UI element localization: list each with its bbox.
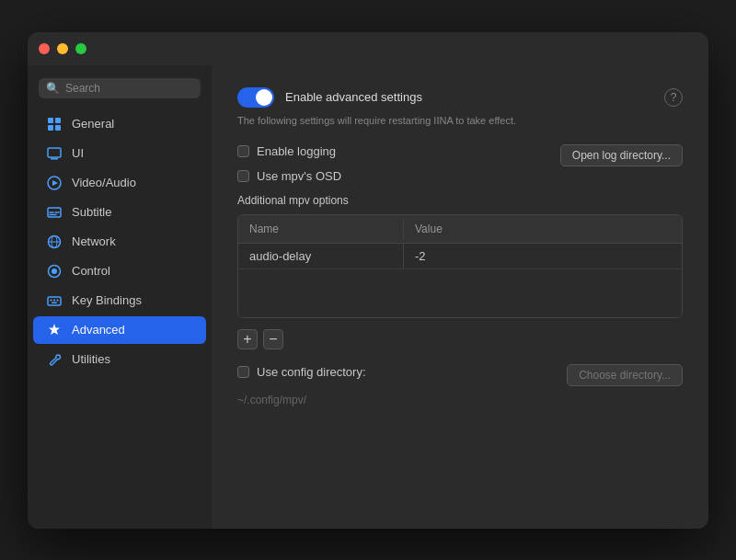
network-icon	[46, 234, 63, 250]
remove-row-button[interactable]: −	[263, 329, 283, 349]
enable-logging-label: Enable logging	[257, 144, 336, 158]
sidebar-item-network[interactable]: Network	[33, 228, 206, 256]
svg-rect-1	[55, 118, 61, 123]
sidebar-label-key-bindings: Key Bindings	[72, 293, 142, 307]
svg-rect-20	[57, 299, 59, 301]
svg-rect-21	[52, 302, 57, 303]
config-path: ~/.config/mpv/	[237, 394, 683, 406]
choose-directory-button[interactable]: Choose directory...	[567, 364, 683, 386]
close-button[interactable]	[39, 43, 50, 54]
sidebar-item-subtitle[interactable]: Subtitle	[33, 199, 206, 226]
mpv-options-title: Additional mpv options	[237, 194, 683, 207]
use-config-dir-row: Use config directory:	[237, 365, 366, 379]
sidebar-item-utilities[interactable]: Utilities	[33, 346, 206, 373]
sidebar-item-control[interactable]: Control	[33, 257, 206, 285]
table-cell-value: -2	[404, 244, 682, 269]
main-panel: Enable advanced settings ? The following…	[212, 65, 708, 529]
maximize-button[interactable]	[75, 43, 86, 54]
general-icon	[46, 116, 63, 132]
toggle-subtitle: The following settings will require rest…	[237, 115, 683, 126]
ui-icon	[46, 145, 63, 162]
sidebar-item-video-audio[interactable]: Video/Audio	[33, 169, 206, 197]
use-osd-row: Use mpv's OSD	[237, 169, 341, 183]
config-dir-row: Use config directory: Choose directory..…	[237, 364, 683, 386]
table-cell-name: audio-delay	[238, 244, 404, 269]
search-icon: 🔍	[46, 82, 60, 95]
sidebar-label-subtitle: Subtitle	[72, 205, 111, 219]
svg-rect-4	[48, 148, 61, 157]
open-log-button[interactable]: Open log directory...	[560, 144, 683, 166]
preferences-window: 🔍 General	[28, 32, 708, 529]
control-icon	[46, 263, 63, 280]
table-body: audio-delay -2	[238, 244, 682, 317]
sidebar-label-control: Control	[72, 264, 110, 278]
utilities-icon	[46, 351, 63, 368]
search-box[interactable]: 🔍	[39, 78, 201, 98]
table-actions: + −	[237, 329, 683, 349]
advanced-icon	[46, 322, 63, 338]
sidebar-label-video-audio: Video/Audio	[72, 176, 136, 189]
svg-point-15	[52, 269, 57, 274]
sidebar: 🔍 General	[28, 65, 212, 529]
sidebar-label-general: General	[72, 117, 114, 131]
mpv-options-section: Additional mpv options Name Value audio-…	[237, 194, 683, 349]
titlebar	[28, 32, 708, 65]
svg-rect-5	[51, 158, 58, 160]
svg-marker-7	[52, 180, 58, 186]
add-row-button[interactable]: +	[237, 329, 258, 349]
video-icon	[46, 175, 63, 191]
sidebar-label-utilities: Utilities	[72, 352, 110, 366]
sidebar-label-ui: UI	[72, 146, 84, 160]
toggle-left: Enable advanced settings	[237, 87, 422, 108]
minimize-button[interactable]	[57, 43, 68, 54]
logging-row: Enable logging Use mpv's OSD Open log di…	[237, 144, 683, 189]
help-button[interactable]: ?	[664, 88, 683, 107]
sidebar-item-advanced[interactable]: Advanced	[33, 316, 206, 344]
use-osd-label: Use mpv's OSD	[257, 169, 341, 183]
enable-advanced-row: Enable advanced settings ?	[237, 87, 683, 108]
enable-logging-checkbox[interactable]	[237, 145, 249, 157]
subtitle-icon	[46, 204, 63, 221]
svg-rect-2	[48, 125, 53, 131]
use-osd-checkbox[interactable]	[237, 170, 249, 182]
mpv-options-table: Name Value audio-delay -2	[237, 214, 683, 318]
svg-rect-3	[55, 125, 61, 131]
keybindings-icon	[46, 292, 63, 309]
enable-advanced-toggle[interactable]	[237, 87, 274, 108]
enable-logging-row: Enable logging	[237, 144, 341, 158]
sidebar-label-advanced: Advanced	[72, 323, 125, 337]
sidebar-item-ui[interactable]: UI	[33, 140, 206, 167]
table-header: Name Value	[238, 215, 682, 244]
col-name-header: Name	[238, 219, 404, 239]
logging-checkboxes: Enable logging Use mpv's OSD	[237, 144, 341, 189]
svg-rect-0	[48, 118, 53, 123]
sidebar-label-network: Network	[72, 234, 116, 248]
search-input[interactable]	[65, 82, 193, 95]
sidebar-item-general[interactable]: General	[33, 110, 206, 138]
use-config-dir-label: Use config directory:	[257, 365, 366, 379]
content-area: 🔍 General	[28, 65, 708, 529]
svg-rect-19	[53, 299, 55, 301]
enable-advanced-label: Enable advanced settings	[285, 90, 422, 104]
table-row[interactable]: audio-delay -2	[238, 244, 682, 269]
sidebar-item-key-bindings[interactable]: Key Bindings	[33, 287, 206, 314]
svg-rect-18	[51, 299, 52, 301]
toggle-knob	[256, 89, 272, 106]
col-value-header: Value	[404, 219, 682, 239]
use-config-dir-checkbox[interactable]	[237, 366, 249, 378]
